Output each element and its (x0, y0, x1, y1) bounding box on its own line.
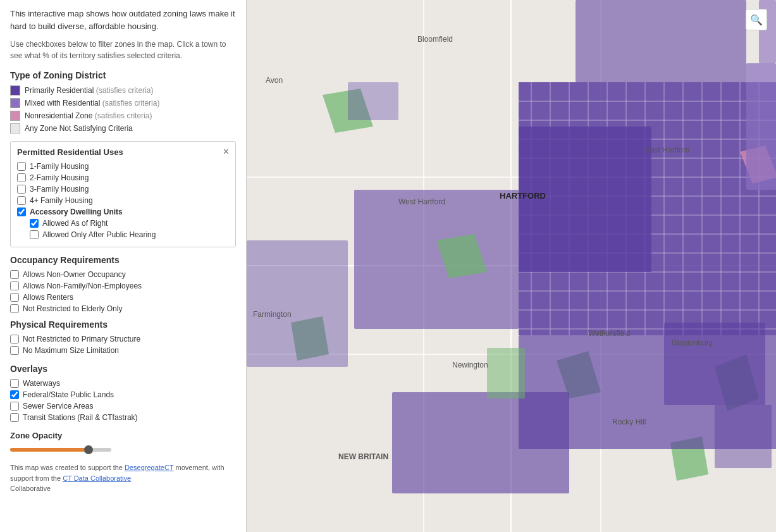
opacity-slider[interactable] (10, 448, 111, 452)
map-svg (247, 0, 776, 532)
ct-data-link[interactable]: CT Data Collaborative (63, 474, 131, 482)
checkbox-no-max-size[interactable]: No Maximum Size Limitation (10, 346, 236, 355)
occupancy-section: Occupancy Requirements Allows Non-Owner … (10, 255, 236, 313)
svg-rect-47 (576, 0, 746, 82)
public-hearing-label: Allowed Only After Public Hearing (42, 230, 156, 239)
svg-rect-52 (247, 240, 348, 367)
svg-rect-50 (664, 323, 765, 405)
opacity-section: Zone Opacity (10, 431, 236, 454)
legend-any-label: Any Zone Not Satisfying Criteria (25, 124, 133, 133)
checkbox-2family-label: 2-Family Housing (30, 173, 89, 182)
mixed-swatch (10, 98, 20, 108)
legend-nonres-label: Nonresidential Zone (satisfies criteria) (25, 111, 152, 120)
checkbox-1family-input[interactable] (17, 162, 26, 171)
checkbox-3family-input[interactable] (17, 185, 26, 194)
legend: Primarily Residential (satisfies criteri… (10, 85, 236, 133)
non-owner-label: Allows Non-Owner Occupancy (23, 270, 126, 279)
checkbox-3family-label: 3-Family Housing (30, 185, 89, 194)
footer-text: This map was created to support the Dese… (10, 462, 236, 494)
checkbox-allows-renters[interactable]: Allows Renters (10, 293, 236, 302)
checkbox-4plusfamily[interactable]: 4+ Family Housing (17, 196, 229, 205)
checkbox-2family-input[interactable] (17, 173, 26, 182)
physical-title: Physical Requirements (10, 319, 236, 330)
nonres-swatch (10, 111, 20, 121)
svg-rect-48 (746, 63, 776, 190)
svg-rect-54 (487, 348, 525, 399)
non-family-label: Allows Non-Family/Non-Employees (23, 281, 142, 290)
checkbox-4plusfamily-input[interactable] (17, 196, 26, 205)
overlays-title: Overlays (10, 364, 236, 374)
legend-primary: Primarily Residential (satisfies criteri… (10, 85, 236, 96)
opacity-title: Zone Opacity (10, 431, 236, 440)
svg-rect-37 (354, 190, 519, 329)
sewer-label: Sewer Service Areas (23, 402, 93, 411)
svg-rect-51 (715, 405, 772, 468)
checkbox-not-primary-structure[interactable]: Not Restricted to Primary Structure (10, 335, 236, 343)
legend-mixed-label: Mixed with Residential (satisfies criter… (25, 99, 159, 108)
checkbox-waterways-input[interactable] (10, 379, 19, 388)
footer-text3: Collaborative (10, 485, 51, 492)
permitted-header: Permitted Residential Uses × (17, 147, 229, 157)
checkbox-2family[interactable]: 2-Family Housing (17, 173, 229, 182)
zoning-district-title: Type of Zoning District (10, 70, 236, 80)
checkbox-sewer-input[interactable] (10, 402, 19, 411)
desegregatect-link[interactable]: DesegregateCT (125, 464, 173, 471)
checkbox-sewer[interactable]: Sewer Service Areas (10, 402, 236, 411)
checkbox-adu-label: Accessory Dwelling Units (30, 207, 123, 216)
checkbox-federal-lands[interactable]: Federal/State Public Lands (10, 390, 236, 399)
svg-rect-53 (348, 82, 398, 120)
checkbox-adu-input[interactable] (17, 207, 26, 216)
not-elderly-label: Not Restricted to Elderly Only (23, 304, 122, 313)
close-permitted-button[interactable]: × (223, 147, 229, 157)
adu-sub-options: Allowed As of Right Allowed Only After P… (30, 219, 229, 239)
checkbox-3family[interactable]: 3-Family Housing (17, 185, 229, 194)
checkbox-allows-renters-input[interactable] (10, 293, 19, 302)
checkbox-1family-label: 1-Family Housing (30, 162, 89, 171)
checkbox-federal-lands-input[interactable] (10, 390, 19, 399)
permitted-title: Permitted Residential Uses (17, 147, 123, 157)
svg-rect-46 (392, 392, 569, 493)
footer-text1: This map was created to support the (10, 464, 125, 471)
map-container[interactable]: 🔍 (247, 0, 776, 532)
checkbox-non-family[interactable]: Allows Non-Family/Non-Employees (10, 281, 236, 290)
checkbox-transit-input[interactable] (10, 413, 19, 422)
checkbox-non-owner[interactable]: Allows Non-Owner Occupancy (10, 270, 236, 279)
intro-description: This interactive map shows how outdated … (10, 8, 236, 32)
filter-instruction: Use checkboxes below to filter zones in … (10, 39, 236, 61)
legend-any: Any Zone Not Satisfying Criteria (10, 123, 236, 133)
checkbox-non-family-input[interactable] (10, 281, 19, 290)
checkbox-non-owner-input[interactable] (10, 270, 19, 279)
svg-marker-36 (519, 127, 651, 272)
permitted-section: Permitted Residential Uses × 1-Family Ho… (10, 141, 236, 247)
legend-mixed: Mixed with Residential (satisfies criter… (10, 98, 236, 108)
any-swatch (10, 123, 20, 133)
checkbox-transit[interactable]: Transit Stations (Rail & CTfastrak) (10, 413, 236, 422)
checkbox-not-primary-structure-input[interactable] (10, 335, 19, 343)
overlays-section: Overlays Waterways Federal/State Public … (10, 364, 236, 422)
occupancy-title: Occupancy Requirements (10, 255, 236, 265)
legend-primary-label: Primarily Residential (satisfies criteri… (25, 86, 153, 95)
checkbox-no-max-size-input[interactable] (10, 346, 19, 355)
allowed-as-of-right-label: Allowed As of Right (42, 219, 108, 228)
checkbox-4plusfamily-label: 4+ Family Housing (30, 196, 93, 205)
legend-nonres: Nonresidential Zone (satisfies criteria) (10, 111, 236, 121)
checkbox-public-hearing[interactable]: Allowed Only After Public Hearing (30, 230, 229, 239)
transit-label: Transit Stations (Rail & CTfastrak) (23, 413, 138, 422)
checkbox-allowed-as-of-right[interactable]: Allowed As of Right (30, 219, 229, 228)
checkbox-public-hearing-input[interactable] (30, 230, 39, 239)
checkbox-allowed-as-of-right-input[interactable] (30, 219, 39, 228)
checkbox-not-elderly[interactable]: Not Restricted to Elderly Only (10, 304, 236, 313)
federal-lands-label: Federal/State Public Lands (23, 390, 114, 399)
sidebar: This interactive map shows how outdated … (0, 0, 247, 532)
checkbox-waterways[interactable]: Waterways (10, 379, 236, 388)
search-icon: 🔍 (750, 14, 763, 26)
map-area[interactable]: 🔍 (247, 0, 776, 532)
checkbox-not-elderly-input[interactable] (10, 304, 19, 313)
checkbox-adu[interactable]: Accessory Dwelling Units (17, 207, 229, 216)
physical-section: Physical Requirements Not Restricted to … (10, 319, 236, 355)
checkbox-1family[interactable]: 1-Family Housing (17, 162, 229, 171)
not-primary-structure-label: Not Restricted to Primary Structure (23, 335, 140, 343)
no-max-size-label: No Maximum Size Limitation (23, 346, 119, 355)
map-search-button[interactable]: 🔍 (746, 9, 767, 30)
primary-swatch (10, 85, 20, 96)
